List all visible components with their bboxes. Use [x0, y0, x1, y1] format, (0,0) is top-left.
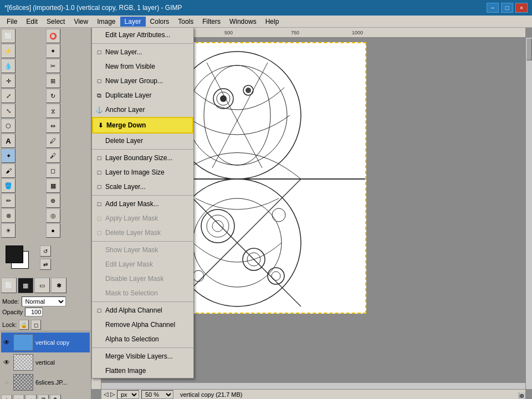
- ctx-show-layer-mask[interactable]: Show Layer Mask: [92, 243, 193, 257]
- tool-ellipse-select[interactable]: ⭕: [46, 29, 60, 43]
- ctx-duplicate-layer[interactable]: ⧉ Duplicate Layer: [92, 88, 193, 103]
- ctx-delete-layer-mask[interactable]: □ Delete Layer Mask: [92, 226, 193, 240]
- menu-image[interactable]: Image: [93, 17, 120, 27]
- tool-fuzzy-select[interactable]: ✦: [46, 44, 60, 58]
- ctx-new-from-visible[interactable]: New from Visible: [92, 59, 193, 74]
- tool-color-picker[interactable]: 💧: [1, 59, 16, 73]
- layer-up-btn[interactable]: ↑: [13, 395, 24, 399]
- layer-visibility-1[interactable]: 👁: [2, 338, 11, 347]
- layer-item-vertical-copy[interactable]: 👁 vertical copy: [1, 332, 90, 352]
- tool-eraser[interactable]: ◻: [46, 163, 60, 178]
- tool-align[interactable]: ⊞: [46, 74, 60, 88]
- menu-filters[interactable]: Filters: [198, 17, 225, 27]
- nav-right[interactable]: ▷: [110, 391, 115, 398]
- scrollbar-thumb-v[interactable]: [526, 38, 532, 60]
- ctx-new-layer[interactable]: □ New Layer...: [92, 45, 193, 59]
- tool-pencil[interactable]: ✏: [1, 193, 16, 208]
- opacity-input[interactable]: 100: [25, 308, 43, 316]
- layer-item-vertical[interactable]: 👁 vertical: [1, 352, 90, 372]
- ctx-delete-layer[interactable]: Delete Layer: [92, 134, 193, 148]
- lock-alpha[interactable]: ◻: [31, 320, 41, 330]
- ctx-edit-layer-attributes[interactable]: Edit Layer Attributes...: [92, 28, 193, 42]
- ctx-remove-alpha-channel[interactable]: Remove Alpha Channel: [92, 318, 193, 332]
- layer-delete-btn[interactable]: 🗑: [50, 395, 61, 399]
- zoom-select[interactable]: 50 %: [141, 390, 173, 399]
- tool-clone[interactable]: ⊕: [46, 193, 60, 208]
- ctx-anchor-layer[interactable]: ⚓ Anchor Layer: [92, 103, 193, 117]
- tool-rotate[interactable]: ↻: [46, 89, 60, 103]
- tool-paint-select[interactable]: ✦: [1, 149, 16, 163]
- tool-shear[interactable]: ⧖: [46, 104, 60, 118]
- layer-new-btn[interactable]: +: [1, 395, 12, 399]
- tool-dodge[interactable]: ☀: [1, 223, 16, 238]
- tool-paint[interactable]: 🖌: [1, 163, 16, 178]
- ctx-add-layer-mask[interactable]: □ Add Layer Mask...: [92, 197, 193, 211]
- tool-ink[interactable]: 🖋: [46, 149, 60, 163]
- menu-colors[interactable]: Colors: [146, 17, 174, 27]
- scrollbar-horizontal[interactable]: [101, 382, 525, 389]
- menu-view[interactable]: View: [69, 17, 93, 27]
- tool-perspective[interactable]: ⬡: [1, 119, 16, 133]
- tool-free-select[interactable]: ⚡: [1, 44, 16, 58]
- menu-tools[interactable]: Tools: [173, 17, 198, 27]
- ctx-edit-layer-mask[interactable]: Edit Layer Mask: [92, 257, 193, 272]
- menu-windows[interactable]: Windows: [225, 17, 261, 27]
- ctx-alpha-to-selection[interactable]: Alpha to Selection: [92, 332, 193, 346]
- minimize-button[interactable]: −: [487, 3, 499, 13]
- ctx-new-layer-group[interactable]: □ New Layer Group...: [92, 74, 193, 88]
- color-reset[interactable]: ↺: [40, 245, 51, 257]
- disable-layer-mask-icon: [94, 274, 104, 284]
- canvas-corner[interactable]: ⊕: [519, 392, 525, 399]
- ctx-mask-to-selection[interactable]: Mask to Selection: [92, 286, 193, 300]
- tool-gradient[interactable]: ▭: [34, 278, 50, 293]
- tool-scissors[interactable]: ✂: [46, 59, 60, 73]
- tool-paths[interactable]: 🖊: [46, 134, 60, 148]
- layer-label-2: vertical: [35, 359, 55, 366]
- tool-text[interactable]: A: [1, 134, 16, 148]
- menu-file[interactable]: File: [2, 17, 22, 27]
- ctx-scale-layer[interactable]: □ Scale Layer...: [92, 180, 193, 194]
- tool-bucket[interactable]: 🪣: [1, 178, 16, 193]
- units-select[interactable]: px: [117, 390, 139, 399]
- ctx-flatten-image[interactable]: Flatten Image: [92, 364, 193, 378]
- tool-heal[interactable]: ⊗: [1, 208, 16, 223]
- ctx-disable-layer-mask[interactable]: Disable Layer Mask: [92, 272, 193, 286]
- mode-area: Mode: Normal Opacity 100: [0, 294, 91, 319]
- lock-row: Lock: 🔒 ◻: [0, 319, 91, 331]
- menu-edit[interactable]: Edit: [22, 17, 42, 27]
- layer-item-6slices[interactable]: ○ 6slices.JP...: [1, 372, 90, 392]
- ctx-add-alpha-channel[interactable]: □ Add Alpha Channel: [92, 303, 193, 318]
- tool-burn[interactable]: ●: [46, 223, 60, 238]
- color-preview[interactable]: [4, 244, 33, 271]
- layer-visibility-2[interactable]: 👁: [2, 358, 11, 367]
- tool-blur[interactable]: ◎: [46, 208, 60, 223]
- ctx-apply-layer-mask[interactable]: □ Apply Layer Mask: [92, 211, 193, 226]
- layer-visibility-3[interactable]: ○: [2, 378, 11, 387]
- layer-duplicate-btn[interactable]: ⧉: [38, 395, 49, 399]
- tool-scale[interactable]: ⤡: [1, 104, 16, 118]
- mode-select[interactable]: Normal: [22, 296, 66, 306]
- scrollbar-vertical[interactable]: [525, 38, 532, 389]
- nav-left[interactable]: ◁: [104, 391, 108, 398]
- tool-move[interactable]: ✛: [1, 74, 16, 88]
- ctx-layer-boundary-size[interactable]: □ Layer Boundary Size...: [92, 151, 193, 165]
- close-button[interactable]: ×: [515, 3, 528, 13]
- ctx-merge-visible-layers[interactable]: Merge Visible Layers...: [92, 349, 193, 364]
- tool-color-selector[interactable]: ⬜: [1, 278, 17, 293]
- menu-layer[interactable]: Layer: [120, 17, 146, 27]
- foreground-color[interactable]: [6, 245, 23, 263]
- menu-select[interactable]: Select: [42, 17, 69, 27]
- tool-crop[interactable]: ⤢: [1, 89, 16, 103]
- layer-down-btn[interactable]: ↓: [25, 395, 37, 399]
- ctx-layer-to-image-size[interactable]: □ Layer to Image Size: [92, 165, 193, 180]
- tool-extra[interactable]: ✱: [51, 278, 66, 293]
- color-swap[interactable]: ⇄: [40, 259, 51, 270]
- tool-pattern-fill[interactable]: ▦: [18, 278, 33, 293]
- ctx-merge-down[interactable]: ⬇ Merge Down: [92, 117, 193, 134]
- lock-pixels[interactable]: 🔒: [19, 320, 29, 330]
- menu-help[interactable]: Help: [261, 17, 284, 27]
- tool-rect-select[interactable]: ⬜: [1, 29, 16, 43]
- maximize-button[interactable]: □: [501, 3, 513, 13]
- tool-flip[interactable]: ⇔: [46, 119, 60, 133]
- tool-blend[interactable]: ▦: [46, 178, 60, 193]
